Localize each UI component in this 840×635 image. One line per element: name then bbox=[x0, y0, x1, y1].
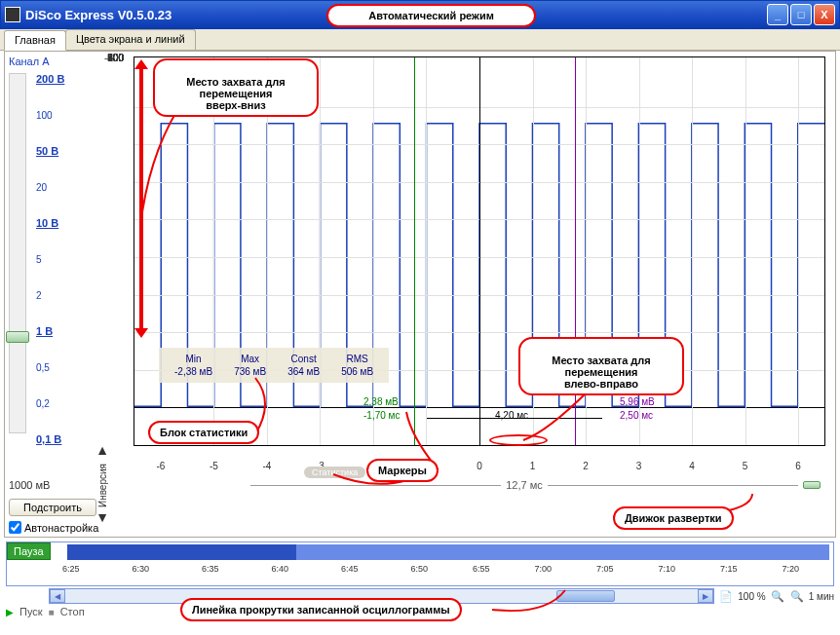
scroll-thumb[interactable] bbox=[556, 590, 615, 602]
minimize-button[interactable]: _ bbox=[767, 4, 788, 25]
annotation-scrollbar: Линейка прокрутки записанной осциллограм… bbox=[180, 598, 462, 621]
marker-purple-x: 2,50 мс bbox=[620, 410, 653, 421]
scale-value[interactable]: 2 bbox=[36, 290, 42, 301]
start-label[interactable]: Пуск bbox=[19, 606, 43, 617]
annotation-drag-horizontal: Место захвата для перемещения влево-впра… bbox=[518, 337, 684, 395]
scale-link[interactable]: 50 В bbox=[36, 145, 58, 157]
channel-label: Канал A bbox=[9, 56, 105, 67]
app-icon bbox=[5, 7, 20, 22]
main-panel: Канал A 200 В 100 50 В 20 10 В 5 2 1 В 0… bbox=[4, 51, 836, 538]
annotation-auto-mode: Автоматический режим bbox=[326, 4, 536, 27]
close-button[interactable]: X bbox=[814, 4, 835, 25]
annotation-ellipse bbox=[489, 434, 548, 446]
timeline-ticks: 6:25 6:30 6:35 6:40 6:45 6:50 6:55 7:00 … bbox=[56, 564, 829, 583]
sweep-slider-thumb[interactable] bbox=[803, 481, 821, 489]
scale-value[interactable]: 20 bbox=[36, 182, 47, 193]
scale-value[interactable]: 0,5 bbox=[36, 362, 50, 373]
annotation-drag-vertical: Место захвата для перемещения вверх-вниз bbox=[153, 58, 319, 117]
autotune-checkbox[interactable]: Автонастройка bbox=[9, 521, 105, 534]
drag-handle-vertical[interactable] bbox=[139, 67, 143, 330]
scale-slider[interactable] bbox=[9, 73, 26, 433]
scroll-right-button[interactable]: ▶ bbox=[698, 589, 713, 603]
window-title: DiSco Express V0.5.0.23 bbox=[25, 8, 172, 22]
marker-green-y: 2,38 мВ bbox=[363, 396, 399, 407]
play-icon[interactable]: ▶ bbox=[6, 607, 14, 617]
zoom-in-button[interactable]: 🔍 bbox=[789, 588, 805, 604]
scale-link[interactable]: 1 В bbox=[36, 325, 53, 337]
tab-strip: Главная Цвета экрана и линий bbox=[0, 29, 840, 51]
zoom-time: 1 мин bbox=[809, 591, 834, 602]
timeline-strip: Пауза 6:25 6:30 6:35 6:40 6:45 6:50 6:55… bbox=[6, 542, 834, 586]
zoom-out-button[interactable]: 🔍 bbox=[770, 588, 785, 604]
scale-value[interactable]: 0,2 bbox=[36, 398, 50, 409]
scale-link[interactable]: 10 В bbox=[36, 217, 58, 229]
marker-purple-y: 5,96 мВ bbox=[620, 396, 655, 407]
delta-line bbox=[427, 418, 602, 419]
slider-thumb[interactable] bbox=[6, 331, 29, 343]
stop-icon[interactable]: ■ bbox=[49, 607, 55, 617]
sweep-bar: 12,7 мс bbox=[246, 479, 821, 491]
tab-main[interactable]: Главная bbox=[4, 30, 66, 51]
zero-axis-v bbox=[479, 57, 480, 445]
current-scale-value: 1000 мВ bbox=[9, 479, 105, 491]
annotation-sweep: Движок развертки bbox=[613, 506, 734, 530]
scale-link[interactable]: 200 В bbox=[36, 73, 64, 85]
marker-green-x: -1,70 мс bbox=[363, 410, 400, 421]
autotune-check[interactable] bbox=[9, 521, 21, 534]
marker-delta: 4,20 мс bbox=[495, 410, 528, 421]
sweep-value: 12,7 мс bbox=[506, 479, 543, 491]
recorded-waveform-strip[interactable] bbox=[67, 544, 829, 560]
scale-value[interactable]: 100 bbox=[36, 110, 53, 121]
tab-colors[interactable]: Цвета экрана и линий bbox=[65, 29, 196, 50]
annotation-stats: Блок статистики bbox=[148, 421, 259, 444]
stop-label[interactable]: Стоп bbox=[60, 606, 85, 617]
plot-area: ▲ Инверсия ▼ 900 800 700 600 500 400 300… bbox=[109, 52, 835, 537]
zoom-percent: 100 % bbox=[738, 591, 765, 602]
arrows-icon: ▼ bbox=[95, 444, 110, 460]
doc-icon[interactable]: 📄 bbox=[718, 588, 734, 604]
scroll-left-button[interactable]: ◀ bbox=[50, 589, 65, 603]
annotation-markers: Маркеры bbox=[366, 459, 439, 482]
adjust-button[interactable]: Подстроить bbox=[9, 499, 96, 516]
channel-panel: Канал A 200 В 100 50 В 20 10 В 5 2 1 В 0… bbox=[5, 52, 109, 537]
pause-button[interactable]: Пауза bbox=[7, 542, 51, 560]
inversion-toggle[interactable]: ▲ Инверсия ▼ bbox=[95, 444, 110, 527]
stats-toggle-button[interactable]: Статистика bbox=[304, 467, 365, 478]
arrows-icon: ▲ bbox=[95, 511, 110, 527]
statistics-block: MinMaxConstRMS -2,38 мВ736 мВ364 мВ506 м… bbox=[159, 348, 389, 383]
scale-link[interactable]: 0,1 В bbox=[36, 433, 61, 445]
scale-value[interactable]: 5 bbox=[36, 254, 42, 265]
marker-green[interactable] bbox=[414, 57, 415, 445]
maximize-button[interactable]: □ bbox=[790, 4, 812, 25]
scale-values: 200 В 100 50 В 20 10 В 5 2 1 В 0,5 0,2 0… bbox=[36, 73, 64, 469]
